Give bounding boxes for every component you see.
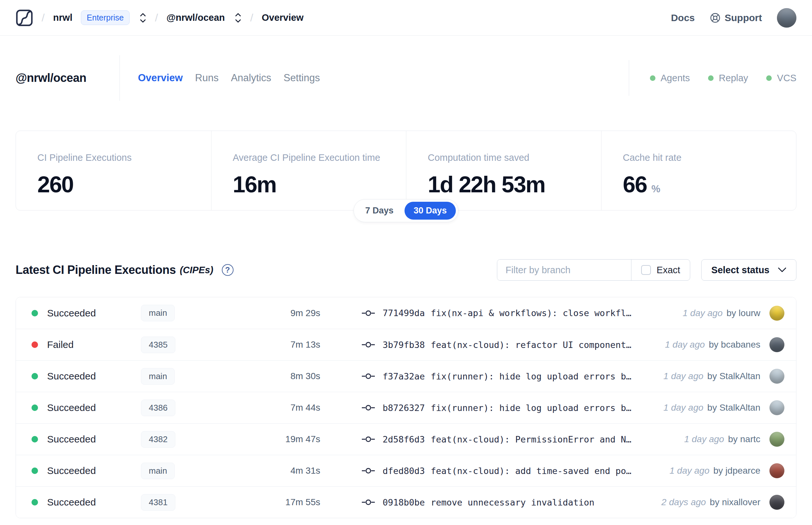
docs-link[interactable]: Docs <box>671 12 695 24</box>
branch-badge[interactable]: 4381 <box>141 494 175 511</box>
exact-filter: Exact <box>631 259 690 280</box>
cipe-status: Failed <box>47 339 74 350</box>
cipe-duration: 8m 30s <box>251 371 320 381</box>
help-icon[interactable]: ? <box>222 264 233 276</box>
tab-overview[interactable]: Overview <box>138 72 183 84</box>
commit-hash[interactable]: 0918b0be <box>383 497 425 508</box>
status-vcs[interactable]: VCS <box>766 73 796 84</box>
divider <box>629 60 629 96</box>
toggle-30-days[interactable]: 30 Days <box>404 202 456 220</box>
git-commit-icon <box>362 404 375 412</box>
select-status-label: Select status <box>711 265 769 275</box>
branch-badge[interactable]: 4385 <box>141 336 175 353</box>
commit-message: fix(runner): hide log upload errors b… <box>431 371 631 381</box>
cipe-status: Succeeded <box>47 497 96 508</box>
nx-logo-icon[interactable] <box>16 9 33 27</box>
status-vcs-label: VCS <box>777 73 796 84</box>
cipe-time-ago: 1 day ago <box>663 371 704 381</box>
status-replay-label: Replay <box>719 73 748 84</box>
toggle-7-days[interactable]: 7 Days <box>356 202 402 220</box>
cipe-time-ago: 1 day ago <box>663 403 704 413</box>
branch-badge[interactable]: main <box>141 305 175 321</box>
author-avatar <box>769 463 784 478</box>
git-commit-icon <box>362 309 375 317</box>
status-dot-icon <box>31 499 38 506</box>
cipe-time-ago: 2 days ago <box>661 497 706 508</box>
cipe-author: by nartc <box>728 434 760 445</box>
status-agents[interactable]: Agents <box>650 73 690 84</box>
branch-badge[interactable]: main <box>141 368 175 385</box>
author-avatar <box>769 432 784 447</box>
enterprise-badge: Enterprise <box>81 10 129 25</box>
commit-hash[interactable]: dfed80d3 <box>383 466 425 476</box>
cipe-row[interactable]: Succeeded 4382 19m 47s 2d58f6d3feat(nx-c… <box>16 423 796 455</box>
commit-hash[interactable]: 3b79fb38 <box>383 340 425 350</box>
cipe-row[interactable]: Succeeded main 8m 30s f37a32aefix(runner… <box>16 360 796 392</box>
stat-label: Cache hit rate <box>623 152 796 163</box>
stat-label: Average CI Pipeline Execution time <box>233 152 406 163</box>
commit-hash[interactable]: f37a32ae <box>383 371 425 381</box>
breadcrumb-org[interactable]: nrwl <box>53 12 73 23</box>
breadcrumb-separator: / <box>250 11 253 24</box>
status-dot-icon <box>31 310 38 316</box>
cipe-author: by jdpearce <box>713 466 760 476</box>
cipes-table: Succeeded main 9m 29s 771499dafix(nx-api… <box>16 297 796 518</box>
support-label: Support <box>725 12 762 24</box>
breadcrumb-separator: / <box>42 11 45 24</box>
green-dot-icon <box>650 75 656 81</box>
cipe-row[interactable]: Succeeded main 9m 29s 771499dafix(nx-api… <box>16 297 796 329</box>
workspace-switcher-icon[interactable] <box>234 12 242 24</box>
cipe-row[interactable]: Succeeded 4386 7m 44s b8726327fix(runner… <box>16 392 796 423</box>
date-range-toggle: 7 Days 30 Days <box>353 199 458 222</box>
stats-cards: CI Pipeline Executions 260 Average CI Pi… <box>16 131 796 211</box>
cipe-row[interactable]: Failed 4385 7m 13s 3b79fb38feat(nx-cloud… <box>16 329 796 360</box>
cipe-time-ago: 1 day ago <box>670 466 709 476</box>
support-link[interactable]: Support <box>710 12 762 24</box>
green-dot-icon <box>766 75 772 81</box>
commit-hash[interactable]: 2d58f6d3 <box>383 434 425 445</box>
breadcrumb-workspace[interactable]: @nrwl/ocean <box>166 12 225 23</box>
cipe-time-ago: 1 day ago <box>684 434 724 445</box>
branch-badge[interactable]: 4386 <box>141 400 175 416</box>
stat-label: Computation time saved <box>428 152 601 163</box>
cipes-title: Latest CI Pipeline Executions <box>16 263 176 277</box>
branch-badge[interactable]: 4382 <box>141 431 175 448</box>
git-commit-icon <box>362 466 375 475</box>
cipe-row[interactable]: Succeeded main 4m 31s dfed80d3feat(nx-cl… <box>16 455 796 486</box>
breadcrumb-page: Overview <box>262 12 304 23</box>
select-status-button[interactable]: Select status <box>701 259 796 281</box>
page-title: @nrwl/ocean <box>16 71 87 85</box>
tab-runs[interactable]: Runs <box>195 72 219 84</box>
stat-value: 66 <box>623 171 647 197</box>
cipes-section-header: Latest CI Pipeline Executions (CIPEs) ? … <box>16 259 796 281</box>
status-dot-icon <box>31 342 38 348</box>
cipe-duration: 4m 31s <box>251 466 320 476</box>
workspace-tabs: Overview Runs Analytics Settings <box>138 72 320 84</box>
git-commit-icon <box>362 372 375 380</box>
cipe-author: by lourw <box>726 308 760 318</box>
author-avatar <box>769 337 784 352</box>
branch-filter-input[interactable] <box>497 259 631 280</box>
cipe-status: Succeeded <box>47 434 96 445</box>
workspace-header: @nrwl/ocean Overview Runs Analytics Sett… <box>16 55 796 101</box>
tab-analytics[interactable]: Analytics <box>231 72 271 84</box>
cipe-duration: 7m 44s <box>251 403 320 413</box>
exact-checkbox[interactable] <box>641 265 651 275</box>
commit-hash[interactable]: 771499da <box>383 308 425 318</box>
git-commit-icon <box>362 435 375 444</box>
cipe-row[interactable]: Succeeded 4381 17m 55s 0918b0beremove un… <box>16 486 796 518</box>
branch-badge[interactable]: main <box>141 463 175 479</box>
user-avatar[interactable] <box>777 8 796 28</box>
status-replay[interactable]: Replay <box>708 73 748 84</box>
cipe-status: Succeeded <box>47 371 96 382</box>
commit-message: feat(nx-cloud): refactor UI component… <box>431 340 631 350</box>
org-switcher-icon[interactable] <box>139 12 147 24</box>
cipes-controls: Exact Select status <box>497 259 796 281</box>
cipe-duration: 17m 55s <box>251 497 320 508</box>
green-dot-icon <box>708 75 714 81</box>
commit-hash[interactable]: b8726327 <box>383 403 425 413</box>
cipe-author: by bcabanes <box>709 340 760 350</box>
cipe-status: Succeeded <box>47 402 96 413</box>
tab-settings[interactable]: Settings <box>284 72 320 84</box>
stat-computation-time-saved: Computation time saved 1d 22h 53m <box>406 131 601 210</box>
